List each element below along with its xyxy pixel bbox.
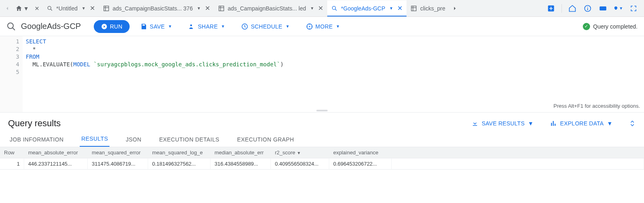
- svg-rect-2: [104, 6, 109, 11]
- cell-mae: 446.2337121145...: [24, 158, 88, 170]
- svg-rect-5: [219, 6, 224, 11]
- svg-line-1: [50, 9, 52, 10]
- col-spacer: [392, 147, 644, 158]
- table-icon: [218, 5, 225, 12]
- caret-down-icon: ▼: [23, 5, 29, 12]
- code-area[interactable]: SELECT * FROM ML.EVALUATE(MODEL `suryagc…: [23, 36, 287, 112]
- tab-label: ads_CampaignBasicStats... 376: [113, 5, 193, 12]
- divider: [561, 4, 562, 13]
- tab-label: clicks_pre: [420, 5, 445, 12]
- tab-label: *Untitled: [56, 5, 78, 12]
- svg-rect-10: [411, 6, 416, 11]
- tab-label: *GoogleAds-GCP: [341, 5, 385, 12]
- tab-ads-led[interactable]: ads_CampaignBasicStats... led ▼ ✕: [214, 0, 327, 16]
- explore-data-label: EXPLORE DATA: [560, 120, 604, 127]
- new-tab-button[interactable]: [546, 4, 556, 13]
- gutter: 1 2 3 4 5: [0, 36, 23, 112]
- explore-data-button[interactable]: EXPLORE DATA ▼: [550, 120, 613, 127]
- tab-nav-back: [2, 0, 13, 16]
- subtab-exec-graph[interactable]: EXECUTION GRAPH: [235, 132, 295, 147]
- line-number: 1: [0, 38, 19, 45]
- save-results-button[interactable]: SAVE RESULTS ▼: [471, 120, 534, 127]
- tab-label: ads_CampaignBasicStats... led: [228, 5, 306, 12]
- caret-down-icon: ▼: [168, 24, 172, 29]
- query-icon: [331, 5, 338, 12]
- col-mse[interactable]: mean_squared_error: [88, 147, 148, 158]
- subtab-results[interactable]: RESULTS: [80, 131, 109, 147]
- line-number: 4: [0, 61, 19, 68]
- drag-handle[interactable]: [316, 110, 328, 111]
- status-text: Query completed.: [593, 23, 638, 30]
- close-home-tab[interactable]: ✕: [31, 0, 43, 16]
- close-icon[interactable]: ✕: [397, 4, 402, 12]
- cell-spacer: [392, 158, 644, 170]
- tab-right-actions: ▼: [546, 4, 642, 13]
- tab-googleads-gcp[interactable]: *GoogleAds-GCP ▼ ✕: [327, 0, 407, 16]
- table-icon: [103, 5, 109, 12]
- svg-rect-17: [600, 6, 607, 10]
- caret-down-icon: ▼: [336, 24, 340, 29]
- subtab-json[interactable]: JSON: [124, 132, 143, 147]
- line-number: 5: [0, 68, 19, 76]
- subtab-exec-details[interactable]: EXECUTION DETAILS: [157, 132, 221, 147]
- query-icon: [6, 22, 16, 31]
- col-msle[interactable]: mean_squared_log_e: [148, 147, 211, 158]
- col-r2[interactable]: r2_score▼: [271, 147, 329, 158]
- results-subtabs: JOB INFORMATION RESULTS JSON EXECUTION D…: [0, 131, 644, 147]
- schedule-button[interactable]: SCHEDULE ▼: [235, 21, 295, 33]
- caret-down-icon: ▼: [310, 6, 314, 10]
- home-tab[interactable]: ▼: [13, 5, 31, 12]
- close-icon[interactable]: ✕: [205, 4, 210, 12]
- svg-line-19: [12, 28, 15, 30]
- save-results-label: SAVE RESULTS: [482, 120, 525, 127]
- expand-results-button[interactable]: [629, 120, 636, 127]
- results-table: Row mean_absolute_error mean_squared_err…: [0, 147, 644, 170]
- caret-down-icon: ▼: [221, 24, 225, 29]
- col-ev[interactable]: explained_variance: [329, 147, 392, 158]
- cell-r2: 0.409556508324...: [271, 158, 329, 170]
- caret-down-icon: ▼: [285, 24, 289, 29]
- sort-desc-icon: ▼: [297, 151, 301, 155]
- keyboard-icon[interactable]: [598, 4, 608, 13]
- schedule-label: SCHEDULE: [251, 23, 282, 30]
- share-button[interactable]: SHARE ▼: [183, 21, 231, 33]
- subtab-job-info[interactable]: JOB INFORMATION: [8, 132, 65, 147]
- info-icon[interactable]: [583, 4, 592, 13]
- tab-ads-376[interactable]: ads_CampaignBasicStats... 376 ▼ ✕: [99, 0, 214, 16]
- close-icon[interactable]: ✕: [90, 4, 95, 12]
- line-number: 2: [0, 45, 19, 53]
- more-button[interactable]: MORE ▼: [300, 21, 346, 33]
- query-icon: [47, 5, 53, 12]
- cell-mse: 311475.4086719...: [88, 158, 148, 170]
- cell-ev: 0.696453206722...: [329, 158, 392, 170]
- check-icon: ✓: [583, 23, 590, 30]
- fullscreen-icon[interactable]: [629, 4, 638, 13]
- close-icon[interactable]: ✕: [318, 4, 323, 12]
- idea-icon[interactable]: ▼: [613, 4, 623, 13]
- tab-nav-forward[interactable]: [449, 0, 460, 16]
- save-button[interactable]: SAVE ▼: [134, 21, 178, 33]
- svg-point-18: [8, 23, 13, 29]
- run-button[interactable]: RUN: [94, 20, 130, 33]
- save-label: SAVE: [150, 23, 165, 30]
- editor-toolbar: GoogleAds-GCP RUN SAVE ▼ SHARE ▼ SCHEDUL…: [0, 17, 644, 36]
- tab-strip: ▼ ✕ *Untitled ▼ ✕ ads_CampaignBasicStats…: [0, 0, 644, 17]
- svg-point-21: [190, 24, 192, 26]
- more-label: MORE: [316, 23, 333, 30]
- query-status: ✓ Query completed.: [583, 23, 638, 30]
- tab-untitled[interactable]: *Untitled ▼ ✕: [43, 0, 99, 16]
- col-row[interactable]: Row: [0, 147, 24, 158]
- svg-point-24: [309, 26, 310, 27]
- cell-medae: 316.4384558989...: [211, 158, 271, 170]
- col-mae[interactable]: mean_absolute_error: [24, 147, 88, 158]
- accessibility-hint: Press Alt+F1 for accessibility options.: [553, 102, 640, 110]
- caret-down-icon: ▼: [197, 6, 201, 10]
- col-medae[interactable]: median_absolute_err: [211, 147, 271, 158]
- tab-clicks-pre[interactable]: clicks_pre: [407, 0, 449, 16]
- sql-editor[interactable]: 1 2 3 4 5 SELECT * FROM ML.EVALUATE(MODE…: [0, 36, 644, 113]
- svg-line-9: [335, 9, 337, 10]
- home-icon[interactable]: [568, 4, 577, 13]
- line-number: 3: [0, 53, 19, 61]
- caret-down-icon: ▼: [528, 120, 533, 127]
- results-title: Query results: [8, 118, 61, 129]
